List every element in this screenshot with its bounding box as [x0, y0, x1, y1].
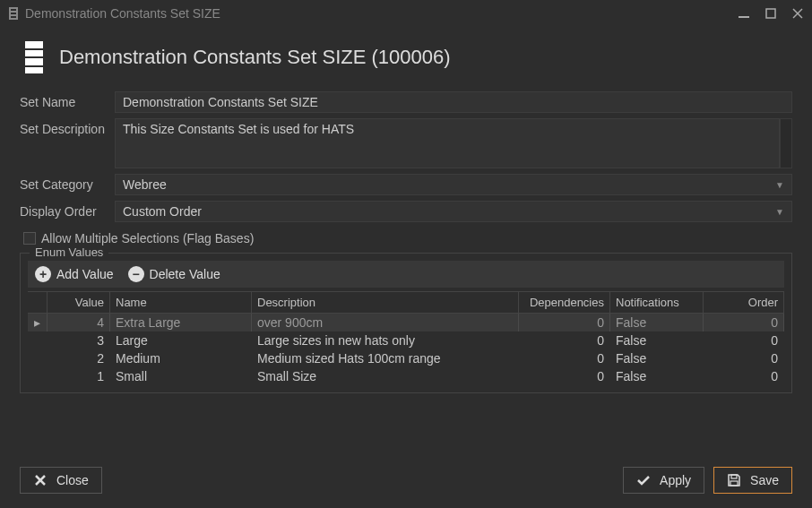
svg-rect-2	[11, 13, 16, 14]
table-row[interactable]: 1 Small Small Size 0 False 0	[28, 367, 784, 385]
cell-notifications[interactable]: False	[610, 367, 704, 385]
set-category-select[interactable]: Webree ▼	[115, 174, 792, 195]
cell-name[interactable]: Extra Large	[110, 314, 252, 331]
cell-notifications[interactable]: False	[610, 349, 704, 367]
table-row[interactable]: 2 Medium Medium sized Hats 100cm range 0…	[28, 349, 784, 367]
page-header: Demonstration Constants Set SIZE (100006…	[0, 27, 812, 91]
svg-rect-4	[739, 16, 749, 18]
allow-multiple-checkbox-row[interactable]: Allow Multiple Selections (Flag Bases)	[20, 228, 792, 253]
close-label: Close	[56, 473, 89, 487]
enum-grid: Value Name Description Dependencies Noti…	[28, 291, 784, 385]
plus-icon: +	[35, 266, 51, 282]
chevron-down-icon: ▼	[775, 180, 784, 190]
grid-header-dependencies[interactable]: Dependencies	[519, 292, 610, 313]
close-button[interactable]: Close	[20, 467, 102, 494]
add-value-button[interactable]: + Add Value	[35, 266, 114, 282]
page-title: Demonstration Constants Set SIZE (100006…	[59, 46, 451, 69]
cell-dependencies[interactable]: 0	[519, 314, 610, 331]
save-icon	[727, 473, 741, 487]
grid-body: ▸ 4 Extra Large over 900cm 0 False 0 3 L…	[28, 314, 784, 385]
enum-values-title: Enum Values	[30, 245, 108, 259]
delete-value-label: Delete Value	[150, 267, 220, 281]
cell-notifications[interactable]: False	[610, 331, 704, 349]
grid-header-name[interactable]: Name	[110, 292, 252, 313]
display-order-select[interactable]: Custom Order ▼	[115, 201, 792, 222]
cell-value[interactable]: 3	[48, 331, 110, 349]
app-icon	[7, 7, 20, 20]
maximize-button[interactable]	[764, 6, 778, 21]
check-icon	[636, 473, 651, 487]
row-marker-icon: ▸	[28, 314, 48, 331]
row-marker	[28, 331, 48, 349]
chevron-down-icon: ▼	[775, 207, 784, 217]
save-label: Save	[750, 473, 779, 487]
enum-values-group: Enum Values + Add Value − Delete Value V…	[20, 253, 792, 393]
footer: Close Apply Save	[0, 456, 812, 508]
allow-multiple-checkbox[interactable]	[23, 232, 36, 245]
svg-rect-10	[731, 475, 737, 478]
cell-order[interactable]: 0	[704, 331, 784, 349]
save-button[interactable]: Save	[713, 467, 792, 494]
delete-value-button[interactable]: − Delete Value	[128, 266, 220, 282]
cell-value[interactable]: 2	[48, 349, 110, 367]
set-name-label: Set Name	[20, 91, 115, 109]
minimize-button[interactable]	[737, 6, 751, 21]
cell-description[interactable]: over 900cm	[252, 314, 519, 331]
cell-notifications[interactable]: False	[610, 314, 704, 331]
set-description-input[interactable]: This Size Constants Set is used for HATS	[115, 118, 780, 168]
set-category-value: Webree	[123, 177, 167, 192]
grid-header-order[interactable]: Order	[704, 292, 784, 313]
titlebar: Demonstration Constants Set SIZE	[0, 0, 812, 27]
set-category-label: Set Category	[20, 174, 115, 192]
set-icon	[25, 41, 43, 73]
cell-description[interactable]: Medium sized Hats 100cm range	[252, 349, 519, 367]
close-window-button[interactable]	[790, 6, 805, 21]
window-title: Demonstration Constants Set SIZE	[25, 6, 737, 21]
svg-rect-5	[766, 9, 775, 18]
cell-order[interactable]: 0	[704, 367, 784, 385]
cell-order[interactable]: 0	[704, 349, 784, 367]
apply-button[interactable]: Apply	[623, 467, 704, 494]
textarea-scrollbar[interactable]	[780, 118, 792, 168]
cell-order[interactable]: 0	[704, 314, 784, 331]
grid-header-marker	[28, 292, 48, 313]
cell-value[interactable]: 4	[48, 314, 110, 331]
enum-toolbar: + Add Value − Delete Value	[28, 261, 784, 288]
cell-description[interactable]: Large sizes in new hats only	[252, 331, 519, 349]
display-order-label: Display Order	[20, 201, 115, 219]
table-row[interactable]: 3 Large Large sizes in new hats only 0 F…	[28, 331, 784, 349]
close-icon	[33, 473, 48, 487]
cell-name[interactable]: Large	[110, 331, 252, 349]
row-marker	[28, 349, 48, 367]
cell-description[interactable]: Small Size	[252, 367, 519, 385]
grid-header-notifications[interactable]: Notifications	[610, 292, 704, 313]
apply-label: Apply	[660, 473, 691, 487]
grid-header: Value Name Description Dependencies Noti…	[28, 291, 784, 314]
cell-name[interactable]: Small	[110, 367, 252, 385]
table-row[interactable]: ▸ 4 Extra Large over 900cm 0 False 0	[28, 314, 784, 331]
svg-rect-1	[11, 9, 16, 11]
allow-multiple-label: Allow Multiple Selections (Flag Bases)	[41, 231, 254, 245]
form: Set Name Demonstration Constants Set SIZ…	[0, 91, 812, 253]
cell-dependencies[interactable]: 0	[519, 367, 610, 385]
svg-rect-3	[11, 16, 16, 18]
display-order-value: Custom Order	[123, 204, 202, 219]
set-description-label: Set Description	[20, 118, 115, 136]
cell-name[interactable]: Medium	[110, 349, 252, 367]
cell-dependencies[interactable]: 0	[519, 331, 610, 349]
cell-value[interactable]: 1	[48, 367, 110, 385]
row-marker	[28, 367, 48, 385]
add-value-label: Add Value	[56, 267, 114, 281]
set-name-input[interactable]: Demonstration Constants Set SIZE	[115, 91, 792, 113]
cell-dependencies[interactable]: 0	[519, 349, 610, 367]
grid-header-value[interactable]: Value	[48, 292, 110, 313]
minus-icon: −	[128, 266, 144, 282]
grid-header-description[interactable]: Description	[252, 292, 519, 313]
